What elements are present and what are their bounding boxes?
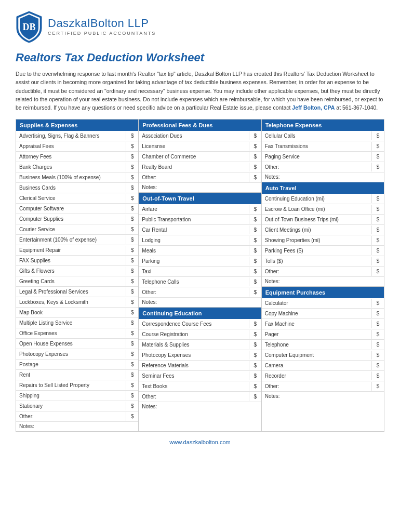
list-item: Postage$ [16, 360, 138, 370]
list-item: Clerical Service$ [16, 193, 138, 204]
list-item: Lodging$ [139, 235, 261, 246]
list-item: Client Meetings (mi)$ [262, 225, 384, 235]
section-row-1: Supplies & Expenses Advertising, Signs, … [16, 119, 384, 432]
footer: www.daszkalbolton.com [16, 439, 384, 445]
list-item: Multiple Listing Service$ [16, 318, 138, 328]
list-item: FAX Supplies$ [16, 256, 138, 266]
supplies-header: Supplies & Expenses [16, 119, 138, 131]
list-item: Lockboxes, Keys & Locksmith$ [16, 297, 138, 308]
list-item: Car Rental$ [139, 225, 261, 235]
list-item: Tolls ($)$ [262, 256, 384, 267]
list-item: Advertising, Signs, Flag & Banners$ [16, 131, 138, 141]
footer-url: www.daszkalbolton.com [169, 439, 230, 445]
list-item: Shipping$ [16, 391, 138, 401]
list-item: Equipment Repair$ [16, 245, 138, 256]
list-item: Open House Expenses$ [16, 339, 138, 349]
list-item: Telephone$ [262, 340, 384, 350]
supplies-cell: Supplies & Expenses Advertising, Signs, … [16, 119, 139, 432]
list-item: Repairs to Sell Listed Property$ [16, 380, 138, 391]
notes-row: Notes: [262, 277, 384, 286]
list-item: Reference Materials$ [139, 361, 261, 371]
list-item: Camera$ [262, 361, 384, 371]
svg-text:DB: DB [22, 22, 35, 32]
list-item: Computer Equipment$ [262, 350, 384, 361]
list-item: Gifts & Flowers$ [16, 266, 138, 276]
list-item: Other:$ [16, 411, 138, 422]
notes-row: Notes: [139, 402, 261, 411]
notes-row: Notes: [262, 392, 384, 401]
list-item: Courier Service$ [16, 224, 138, 235]
list-item: Out-of-Town Business Trips (mi)$ [262, 215, 384, 225]
professional-header: Professional Fees & Dues [139, 119, 261, 131]
list-item: Correspondence Course Fees$ [139, 319, 261, 329]
list-item: Entertainment (100% of expense)$ [16, 235, 138, 245]
notes-row: Notes: [16, 422, 138, 431]
contact-suffix: at 561-367-1040. [335, 104, 378, 111]
page-title: Realtors Tax Deduction Worksheet [16, 51, 384, 64]
intro-text: Due to the overwhelming response to last… [16, 70, 384, 112]
logo-shield-icon: DB [16, 10, 43, 43]
contact-link[interactable]: Jeff Bolton, CPA [292, 104, 335, 111]
list-item: Business Meals (100% of expense)$ [16, 172, 138, 183]
list-item: Photocopy Expenses$ [139, 350, 261, 361]
list-item: Other:$ [262, 267, 384, 277]
list-item: Fax Machine$ [262, 319, 384, 329]
main-worksheet-table: Supplies & Expenses Advertising, Signs, … [16, 119, 384, 432]
list-item: Other:$ [262, 162, 384, 172]
page-header: DB DaszkalBolton LLP CERTIFIED PUBLIC AC… [16, 10, 384, 43]
list-item: Other:$ [139, 172, 261, 183]
middle-column: Professional Fees & Dues Association Due… [139, 119, 261, 432]
list-item: Pager$ [262, 329, 384, 340]
list-item: Paging Service$ [262, 152, 384, 162]
list-item: Parking Fees ($)$ [262, 246, 384, 256]
list-item: Realty Board$ [139, 162, 261, 172]
telephone-header: Telephone Expenses [262, 119, 384, 131]
logo-tagline: CERTIFIED PUBLIC ACCOUNTANTS [48, 31, 156, 36]
list-item: Office Expenses$ [16, 328, 138, 339]
list-item: Stationary$ [16, 401, 138, 411]
list-item: Map Book$ [16, 308, 138, 318]
list-item: Text Books$ [139, 381, 261, 392]
list-item: Escrow & Loan Office (mi)$ [262, 204, 384, 215]
list-item: Showing Properties (mi)$ [262, 235, 384, 246]
list-item: Recorder$ [262, 371, 384, 381]
professional-section: Professional Fees & Dues Association Due… [139, 119, 261, 193]
equipment-header: Equipment Purchases [262, 287, 384, 298]
list-item: Computer Software$ [16, 204, 138, 214]
logo-bold: Daszkal [48, 17, 90, 30]
list-item: Airfare$ [139, 204, 261, 215]
list-item: Meals$ [139, 246, 261, 256]
list-item: Chamber of Commerce$ [139, 152, 261, 162]
list-item: Continuing Education (mi)$ [262, 194, 384, 204]
list-item: Calculator$ [262, 298, 384, 309]
notes-row: Notes: [139, 183, 261, 192]
list-item: Attorney Fees$ [16, 152, 138, 162]
education-section: Continuing Education Correspondence Cour… [139, 308, 261, 411]
list-item: Telephone Calls$ [139, 277, 261, 287]
list-item: Seminar Fees$ [139, 371, 261, 381]
education-header: Continuing Education [139, 308, 261, 319]
list-item: Other:$ [139, 287, 261, 298]
list-item: Legal & Professional Services$ [16, 287, 138, 297]
autotravel-header: Auto Travel [262, 182, 384, 194]
list-item: Public Transportation$ [139, 215, 261, 225]
list-item: Materials & Supplies$ [139, 340, 261, 350]
telephone-section: Telephone Expenses Cellular Calls$ Fax T… [262, 119, 384, 182]
outoftown-header: Out-of-Town Travel [139, 193, 261, 204]
list-item: Fax Transmissions$ [262, 141, 384, 152]
list-item: Photocopy Expenses$ [16, 349, 138, 360]
notes-row: Notes: [262, 172, 384, 182]
list-item: Other:$ [139, 392, 261, 402]
list-item: Other:$ [262, 381, 384, 392]
list-item: Rent$ [16, 370, 138, 380]
logo-light: Bolton LLP [90, 17, 149, 30]
equipment-section: Equipment Purchases Calculator$ Copy Mac… [262, 287, 384, 401]
autotravel-section: Auto Travel Continuing Education (mi)$ E… [262, 182, 384, 287]
list-item: Computer Supplies$ [16, 214, 138, 224]
list-item: Business Cards$ [16, 183, 138, 193]
notes-row: Notes: [139, 298, 261, 307]
list-item: Taxi$ [139, 267, 261, 277]
list-item: Parking$ [139, 256, 261, 267]
list-item: Bank Charges$ [16, 162, 138, 172]
logo-text: DaszkalBolton LLP CERTIFIED PUBLIC ACCOU… [48, 17, 156, 36]
